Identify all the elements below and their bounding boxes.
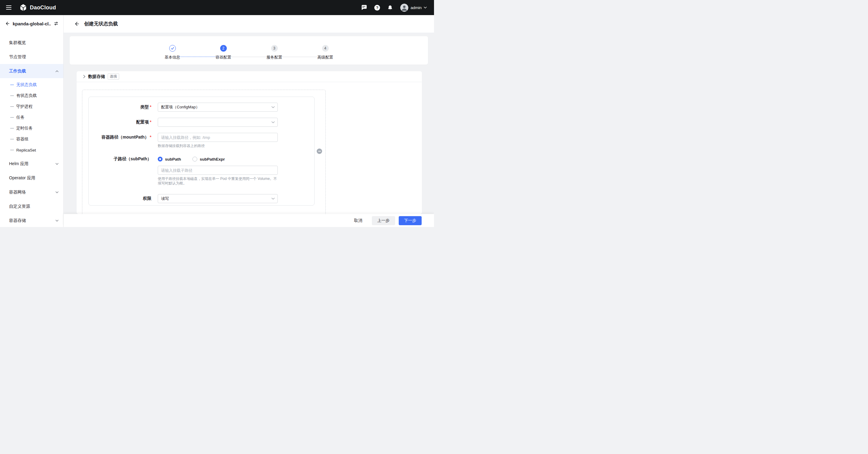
sidebar-item-cronjobs[interactable]: 定时任务 — [0, 123, 63, 134]
sidebar-item-label: Operator 应用 — [9, 175, 35, 181]
label-text: 类型 — [141, 105, 149, 109]
mount-path-input[interactable] — [158, 133, 278, 142]
sidebar-item-daemonsets[interactable]: 守护进程 — [0, 101, 63, 112]
data-storage-panel: 数据存储 选填 类型* 配置项（ConfigMap） — [76, 71, 422, 214]
volume-entry-zone: 类型* 配置项（ConfigMap） — [82, 90, 326, 214]
step-service-config[interactable]: 3 服务配置 — [271, 45, 278, 52]
sidebar-item-label: 集群概览 — [9, 40, 26, 46]
dash-icon — [10, 85, 14, 85]
step-label: 基本信息 — [165, 55, 180, 60]
cancel-button[interactable]: 取消 — [350, 216, 367, 225]
sidebar-item-label: 守护进程 — [16, 104, 33, 109]
next-step-button[interactable]: 下一步 — [399, 216, 422, 225]
radio-label: subPath — [165, 157, 181, 162]
sidebar-item-label: 容器组 — [16, 137, 29, 142]
required-asterisk: * — [150, 105, 151, 109]
sidebar-item-operator-apps[interactable]: Operator 应用 — [0, 171, 63, 185]
cluster-name: kpanda-global-cl... — [13, 21, 51, 26]
radio-label: subPathExpr — [200, 157, 225, 162]
step-label: 高级配置 — [318, 55, 333, 60]
sidebar-item-stateless-workloads[interactable]: 无状态负载 — [0, 79, 63, 90]
field-label-permission: 权限 — [96, 194, 151, 203]
help-icon[interactable]: ? — [374, 5, 380, 10]
sidebar-item-workloads[interactable]: 工作负载 — [0, 64, 63, 78]
chevron-down-icon — [272, 121, 275, 123]
sidebar-item-label: 任务 — [16, 115, 25, 120]
sidebar-item-label: 容器存储 — [9, 218, 26, 223]
cluster-selector: kpanda-global-cl... — [0, 15, 63, 32]
switch-cluster-icon[interactable] — [54, 22, 59, 26]
sidebar-item-replicasets[interactable]: ReplicaSet — [0, 145, 63, 155]
chevron-down-icon — [56, 163, 59, 165]
radio-subpathexpr[interactable]: subPathExpr — [192, 157, 225, 162]
dash-icon — [10, 117, 14, 118]
chevron-down-icon — [56, 220, 59, 222]
sidebar-item-custom-resources[interactable]: 自定义资源 — [0, 199, 63, 214]
permission-select[interactable]: 读写 — [158, 194, 278, 203]
dash-icon — [10, 150, 14, 150]
sidebar-item-container-network[interactable]: 容器网络 — [0, 185, 63, 199]
workloads-submenu: 无状态负载 有状态负载 守护进程 任务 定时任务 容器组 ReplicaSet — [0, 78, 63, 155]
optional-badge: 选填 — [108, 73, 119, 80]
sidebar-item-node-management[interactable]: 节点管理 — [0, 50, 63, 64]
remove-volume-button[interactable] — [317, 148, 322, 154]
sidebar-item-container-storage[interactable]: 容器存储 — [0, 214, 63, 227]
previous-step-button[interactable]: 上一步 — [372, 216, 395, 225]
sidebar-item-helm-apps[interactable]: Helm 应用 — [0, 157, 63, 171]
sidebar-item-label: 定时任务 — [16, 125, 33, 131]
sidebar-item-cluster-overview[interactable]: 集群概览 — [0, 36, 63, 50]
sidebar-item-label: 自定义资源 — [9, 204, 30, 209]
config-item-select[interactable] — [158, 118, 278, 127]
required-asterisk: * — [150, 119, 151, 124]
step-connector — [177, 56, 219, 57]
step-label: 容器配置 — [216, 55, 231, 60]
back-icon[interactable] — [74, 21, 79, 27]
volume-form: 类型* 配置项（ConfigMap） — [88, 96, 315, 205]
sidebar: kpanda-global-cl... 集群概览 节点管理 工作负载 无状态负载… — [0, 15, 64, 227]
sidebar-item-label: 节点管理 — [9, 54, 26, 60]
daocloud-cube-icon — [19, 4, 27, 11]
back-icon[interactable] — [5, 21, 10, 26]
brand-logo[interactable]: DaoCloud — [19, 4, 56, 11]
step-advanced-config[interactable]: 4 高级配置 — [322, 45, 329, 52]
sidebar-item-label: 有状态负载 — [16, 93, 37, 98]
field-label-config-item: 配置项* — [96, 118, 151, 127]
brand-name: DaoCloud — [30, 4, 56, 11]
sidebar-item-label: 无状态负载 — [16, 82, 37, 88]
user-menu[interactable]: admin — [400, 4, 427, 12]
dash-icon — [10, 128, 14, 129]
step-container-config[interactable]: 2 容器配置 — [220, 45, 227, 52]
step-basic-info[interactable]: 基本信息 — [169, 45, 176, 52]
topbar: DaoCloud ? admin — [0, 0, 434, 15]
radio-unselected-icon — [192, 157, 197, 162]
sidebar-item-label: 容器网络 — [9, 190, 26, 195]
type-select-value: 配置项（ConfigMap） — [161, 105, 200, 110]
panel-title: 数据存储 — [88, 74, 105, 79]
step-number: 4 — [322, 45, 329, 52]
step-number: 3 — [271, 45, 278, 52]
sidebar-menu: 集群概览 节点管理 工作负载 无状态负载 有状态负载 守护进程 任务 定时任务 … — [0, 36, 63, 227]
message-icon[interactable] — [361, 4, 367, 10]
chevron-right-icon — [83, 75, 85, 78]
radio-subpath[interactable]: subPath — [158, 157, 181, 162]
chevron-down-icon — [272, 106, 275, 108]
radio-selected-icon — [158, 157, 162, 162]
sidebar-item-label: Helm 应用 — [9, 161, 29, 167]
required-asterisk: * — [150, 135, 151, 139]
dash-icon — [10, 95, 14, 96]
field-label-sub-path: 子路径（subPath） — [96, 156, 151, 186]
step-number: 2 — [220, 45, 227, 52]
type-select[interactable]: 配置项（ConfigMap） — [158, 103, 278, 112]
sidebar-item-pods[interactable]: 容器组 — [0, 134, 63, 145]
hamburger-menu-icon[interactable] — [5, 4, 12, 11]
sub-path-help: 使用子路径挂载本地磁盘，实现在单一 Pod 中重复使用同一个 Volume。不填… — [158, 177, 278, 186]
sidebar-item-jobs[interactable]: 任务 — [0, 112, 63, 123]
sidebar-item-stateful-workloads[interactable]: 有状态负载 — [0, 90, 63, 101]
label-text: 子路径（subPath） — [114, 157, 151, 161]
bell-icon[interactable] — [387, 5, 393, 10]
mount-path-help: 数据存储挂载到容器上的路径 — [158, 144, 278, 148]
panel-header[interactable]: 数据存储 选填 — [76, 71, 422, 82]
sub-path-input[interactable] — [158, 166, 278, 175]
chevron-down-icon — [424, 7, 427, 8]
label-text: 容器路径（mountPath） — [101, 135, 149, 139]
